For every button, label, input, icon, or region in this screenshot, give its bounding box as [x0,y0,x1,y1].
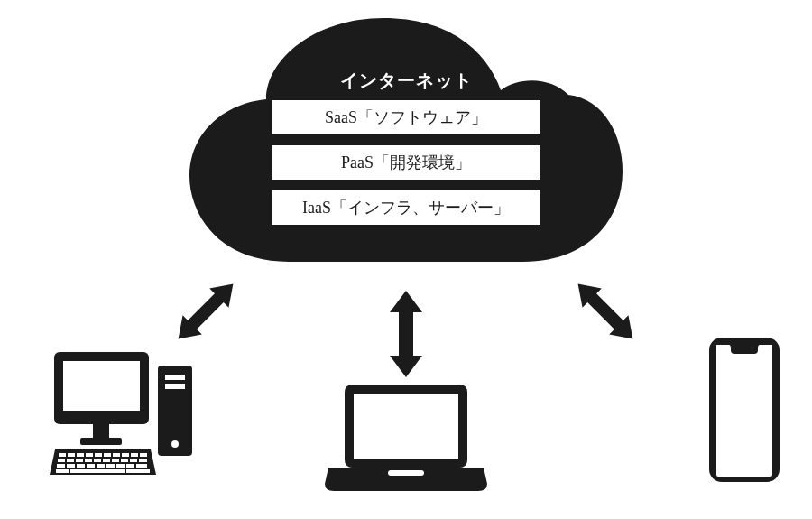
svg-marker-1 [390,291,422,377]
svg-rect-34 [87,464,95,468]
svg-rect-16 [104,453,111,457]
laptop-icon [325,379,487,496]
svg-marker-0 [169,274,243,348]
svg-point-6 [171,440,179,448]
svg-rect-19 [131,453,138,457]
svg-rect-14 [86,453,93,457]
svg-rect-12 [68,453,75,457]
svg-rect-36 [106,464,115,468]
svg-rect-5 [165,384,185,389]
svg-rect-25 [94,459,101,462]
svg-rect-9 [93,424,109,438]
svg-rect-41 [70,469,125,473]
svg-rect-21 [58,459,65,462]
svg-rect-30 [139,459,147,462]
arrow-cloud-pc [165,271,246,352]
svg-marker-2 [568,274,642,348]
diagram-stage: インターネット SaaS「ソフトウェア」 PaaS「開発環境」 IaaS「インフ… [0,0,812,519]
svg-rect-15 [95,453,102,457]
svg-rect-32 [67,464,75,468]
svg-rect-18 [122,453,129,457]
arrow-cloud-phone [565,271,646,352]
svg-rect-26 [103,459,110,462]
svg-rect-28 [121,459,128,462]
svg-rect-29 [130,459,137,462]
svg-rect-35 [97,464,105,468]
cloud-layers: SaaS「ソフトウェア」 PaaS「開発環境」 IaaS「インフラ、サーバー」 [271,99,541,226]
svg-rect-37 [116,464,125,468]
svg-rect-24 [85,459,92,462]
svg-rect-45 [388,470,424,476]
svg-rect-27 [112,459,119,462]
svg-rect-22 [67,459,74,462]
cloud-title: インターネット [189,69,623,93]
layer-iaas: IaaS「インフラ、サーバー」 [271,190,541,226]
svg-rect-38 [126,464,134,468]
svg-rect-42 [126,469,150,473]
svg-rect-8 [63,361,140,411]
svg-rect-17 [113,453,120,457]
layer-saas: SaaS「ソフトウェア」 [271,99,541,135]
svg-rect-40 [56,469,69,473]
svg-rect-23 [76,459,83,462]
arrow-cloud-laptop [377,289,435,379]
smartphone-icon [704,334,785,487]
svg-rect-33 [77,464,85,468]
svg-rect-13 [77,453,84,457]
cloud: インターネット SaaS「ソフトウェア」 PaaS「開発環境」 IaaS「インフ… [189,9,623,280]
desktop-pc-icon [50,343,203,483]
svg-rect-20 [140,453,147,457]
svg-rect-39 [136,464,147,468]
svg-rect-4 [165,375,185,380]
svg-rect-44 [354,394,458,459]
svg-rect-11 [59,453,66,457]
layer-paas: PaaS「開発環境」 [271,144,541,181]
svg-rect-10 [80,438,122,445]
svg-rect-31 [57,464,65,468]
